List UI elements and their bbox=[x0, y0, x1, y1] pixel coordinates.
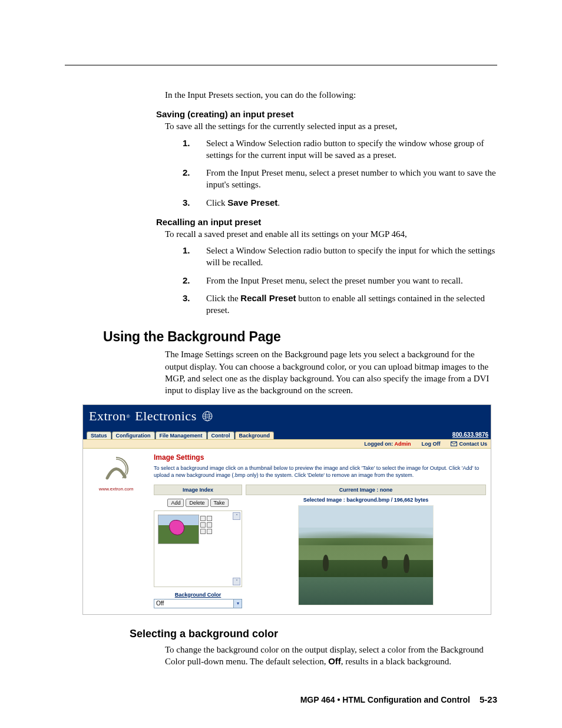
intro-text: In the Input Presets section, you can do… bbox=[165, 89, 497, 101]
step-text: From the Input Preset menu, select the p… bbox=[206, 275, 497, 286]
support-logo-icon bbox=[101, 454, 131, 484]
thumbnail-list: ˄ ˅ bbox=[154, 510, 242, 587]
step-number: 3. bbox=[183, 292, 206, 317]
recalling-steps: 1. Select a Window Selection radio butto… bbox=[183, 245, 497, 316]
mail-icon bbox=[451, 442, 457, 446]
saving-lead: To save all the settings for the current… bbox=[165, 120, 497, 132]
step-number: 2. bbox=[183, 167, 206, 191]
tab-control[interactable]: Control bbox=[207, 431, 234, 439]
page-footer: MGP 464 • HTML Configuration and Control… bbox=[300, 694, 497, 704]
add-button[interactable]: Add bbox=[167, 499, 184, 507]
selected-image-label: Selected Image : background.bmp / 196,66… bbox=[246, 495, 486, 505]
image-index-header: Image Index bbox=[154, 485, 242, 495]
saving-steps: 1. Select a Window Selection radio butto… bbox=[183, 137, 497, 209]
step-text: Click Save Preset. bbox=[206, 197, 497, 209]
sub-bar: Logged on: Admin Log Off Contact Us bbox=[83, 439, 491, 449]
step-text: Select a Window Selection radio button t… bbox=[206, 137, 497, 162]
delete-button[interactable]: Delete bbox=[186, 499, 208, 507]
recalling-lead: To recall a saved preset and enable all … bbox=[165, 228, 497, 240]
chevron-down-icon: ▾ bbox=[233, 599, 242, 608]
image-settings-desc: To select a background image click on a … bbox=[154, 465, 486, 479]
current-image-header: Current Image : none bbox=[246, 485, 486, 495]
take-button[interactable]: Take bbox=[210, 499, 229, 507]
step-text: Click the Recall Preset button to enable… bbox=[206, 292, 497, 317]
step-text: Select a Window Selection radio button t… bbox=[206, 245, 497, 269]
step-text: From the Input Preset menu, select a pre… bbox=[206, 167, 497, 191]
saving-heading: Saving (creating) an input preset bbox=[156, 109, 497, 119]
selectbg-para: To change the background color on the ou… bbox=[165, 644, 497, 668]
bgcolor-value: Off bbox=[156, 600, 164, 607]
bgpage-heading: Using the Background Page bbox=[103, 329, 497, 345]
logoff-link[interactable]: Log Off bbox=[421, 441, 440, 447]
bgcolor-select[interactable]: Off ▾ bbox=[154, 599, 242, 608]
recalling-heading: Recalling an input preset bbox=[156, 217, 497, 227]
logged-on-label: Logged on: Admin bbox=[364, 441, 411, 447]
step-number: 2. bbox=[183, 275, 206, 286]
sidebar: www.extron.com bbox=[83, 449, 149, 614]
tab-bar: Status Configuration File Management Con… bbox=[83, 429, 275, 439]
globe-icon bbox=[201, 410, 213, 422]
step-number: 3. bbox=[183, 197, 206, 209]
site-link[interactable]: www.extron.com bbox=[85, 486, 147, 492]
tab-status[interactable]: Status bbox=[87, 431, 111, 439]
contact-link[interactable]: Contact Us bbox=[451, 441, 487, 447]
tab-file-management[interactable]: File Management bbox=[156, 431, 207, 439]
brand-banner: Extron® Electronics bbox=[83, 405, 491, 427]
tab-configuration[interactable]: Configuration bbox=[112, 431, 155, 439]
preview-image bbox=[298, 505, 434, 605]
bgcolor-label: Background Color bbox=[154, 592, 242, 598]
rule-top bbox=[65, 65, 497, 65]
image-settings-title: Image Settings bbox=[154, 453, 486, 462]
tab-background[interactable]: Background bbox=[235, 431, 275, 439]
selectbg-heading: Selecting a background color bbox=[130, 628, 497, 640]
image-settings-screenshot: Extron® Electronics Status Configuration… bbox=[82, 404, 491, 615]
phone-number: 800.633.9876 bbox=[452, 431, 488, 438]
bgpage-para: The Image Settings screen on the Backgro… bbox=[165, 348, 497, 396]
step-number: 1. bbox=[183, 245, 206, 269]
step-number: 1. bbox=[183, 137, 206, 162]
thumbnail-item[interactable] bbox=[158, 515, 199, 544]
scroll-down-icon[interactable]: ˅ bbox=[233, 578, 240, 585]
